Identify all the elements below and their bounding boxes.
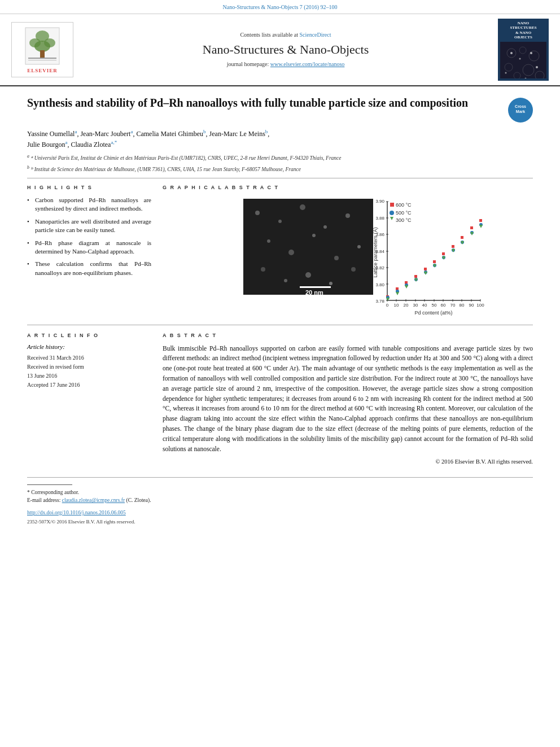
graphical-abstract-column: G R A P H I C A L A B S T R A C T	[163, 184, 533, 320]
svg-point-18	[530, 52, 532, 54]
highlights-column: H I G H L I G H T S Carbon supported Pd–…	[27, 184, 151, 320]
journal-cover-image: NANOSTRUCTURES& NANOOBJECTS	[498, 19, 549, 81]
crossmark-icon: Cross Mark	[508, 98, 533, 123]
svg-text:90: 90	[469, 303, 474, 308]
email-line: E-mail address: claudia.zlotea@icmpe.cnr…	[27, 496, 533, 504]
svg-point-119	[390, 211, 394, 215]
svg-text:40: 40	[422, 303, 427, 308]
highlights-abstract-section: H I G H L I G H T S Carbon supported Pd–…	[0, 184, 560, 320]
svg-rect-88	[424, 268, 427, 270]
highlights-list: Carbon supported Pd–Rh nanoalloys are sy…	[27, 196, 151, 277]
cover-title: NANOSTRUCTURES& NANOOBJECTS	[510, 21, 536, 40]
article-title-section: Synthesis and stability of Pd–Rh nanoall…	[0, 86, 560, 173]
contents-line: Contents lists available at ScienceDirec…	[85, 31, 487, 39]
article-history-title: Article history:	[27, 343, 151, 351]
email-label: E-mail address:	[27, 497, 60, 503]
svg-point-27	[255, 211, 260, 215]
svg-rect-6	[28, 58, 56, 59]
highlight-item-1: Carbon supported Pd–Rh nanoalloys are sy…	[27, 196, 151, 213]
homepage-label: journal homepage:	[227, 61, 269, 67]
email-suffix: (C. Zlotea).	[126, 497, 151, 503]
svg-marker-107	[396, 292, 399, 295]
svg-text:30: 30	[413, 303, 418, 308]
article-info-column: A R T I C L E I N F O Article history: R…	[27, 332, 151, 466]
received-date: Received 31 March 2016	[27, 353, 151, 362]
svg-rect-7	[28, 60, 56, 60]
svg-rect-90	[442, 252, 445, 255]
svg-point-35	[334, 256, 339, 260]
svg-point-20	[536, 66, 538, 68]
svg-marker-121	[390, 217, 393, 220]
svg-text:70: 70	[450, 303, 456, 308]
article-title-text: Synthesis and stability of Pd–Rh nanoall…	[27, 95, 501, 110]
svg-rect-5	[40, 50, 45, 59]
svg-point-32	[267, 239, 270, 243]
svg-text:Cross: Cross	[515, 104, 526, 108]
received-revised-label: Received in revised form	[27, 362, 151, 372]
svg-marker-108	[405, 285, 408, 289]
sciencedirect-link[interactable]: ScienceDirect	[299, 32, 331, 38]
journal-homepage: journal homepage: www.elsevier.com/locat…	[85, 60, 487, 68]
received-revised-date: 13 June 2016	[27, 372, 151, 381]
svg-rect-92	[461, 236, 463, 239]
header-center: Contents lists available at ScienceDirec…	[73, 31, 498, 69]
svg-text:3.80: 3.80	[375, 282, 384, 287]
svg-point-38	[284, 279, 287, 282]
svg-point-30	[323, 225, 327, 229]
doi-link[interactable]: http://dx.doi.org/10.1016/j.nanos.2016.0…	[27, 510, 126, 516]
svg-rect-26	[243, 199, 373, 295]
svg-text:3.90: 3.90	[375, 199, 384, 204]
svg-rect-42	[300, 286, 331, 288]
copyright-text: © 2016 Elsevier B.V. All rights reserved…	[163, 458, 533, 466]
page: Nano-Structures & Nano-Objects 7 (2016) …	[0, 0, 560, 747]
svg-text:3.78: 3.78	[375, 299, 384, 304]
elsevier-shield-icon	[23, 25, 62, 67]
graphical-abstract-chart: 20 nm 3.78 3.80 3.82 3.84	[163, 196, 533, 320]
elsevier-logo: ELSEVIER	[11, 22, 73, 77]
svg-text:60: 60	[441, 303, 446, 308]
svg-rect-89	[433, 260, 436, 263]
corresponding-author-note: * Corresponding author.	[27, 488, 533, 496]
svg-text:100: 100	[476, 303, 484, 308]
highlights-label: H I G H L I G H T S	[27, 184, 151, 191]
highlight-item-3: Pd–Rh phase diagram at nanoscale is dete…	[27, 239, 151, 256]
svg-point-16	[510, 52, 513, 54]
homepage-link[interactable]: www.elsevier.com/locate/nanoso	[270, 61, 345, 67]
svg-text:80: 80	[460, 303, 465, 308]
svg-point-39	[305, 272, 311, 278]
abstract-text: Bulk immiscible Pd–Rh nanoalloys support…	[163, 344, 533, 455]
svg-point-17	[519, 58, 521, 59]
svg-point-41	[351, 267, 356, 272]
svg-text:3.88: 3.88	[375, 216, 384, 221]
elsevier-brand-text: ELSEVIER	[27, 67, 58, 75]
contents-text: Contents lists available at	[240, 32, 298, 38]
article-title-block: Synthesis and stability of Pd–Rh nanoall…	[27, 95, 533, 123]
svg-point-33	[288, 250, 294, 255]
abstract-column: A B S T R A C T Bulk immiscible Pd–Rh na…	[163, 332, 533, 466]
svg-rect-93	[470, 226, 473, 229]
journal-title: Nano-Structures & Nano-Objects	[85, 41, 487, 59]
svg-text:300 °C: 300 °C	[396, 217, 412, 223]
svg-text:600 °C: 600 °C	[396, 202, 412, 208]
corresponding-label: * Corresponding author.	[27, 490, 79, 495]
journal-citation: Nano-Structures & Nano-Objects 7 (2016) …	[222, 4, 337, 10]
svg-text:50: 50	[432, 303, 437, 308]
svg-text:20 nm: 20 nm	[305, 289, 323, 296]
crossmark-badge: Cross Mark	[508, 98, 533, 123]
svg-rect-8	[500, 42, 546, 78]
svg-rect-91	[452, 245, 454, 248]
highlight-item-4: These calculation confirms that Pd–Rh na…	[27, 260, 151, 277]
article-info-abstract-section: A R T I C L E I N F O Article history: R…	[0, 332, 560, 466]
email-link[interactable]: claudia.zlotea@icmpe.cnrs.fr	[62, 497, 125, 503]
svg-rect-117	[390, 203, 394, 207]
svg-point-28	[278, 220, 282, 223]
accepted-date: Accepted 17 June 2016	[27, 381, 151, 390]
svg-text:0: 0	[386, 303, 389, 308]
issn-text: 2352-507X/© 2016 Elsevier B.V. All right…	[27, 518, 533, 526]
abstract-label: A B S T R A C T	[163, 332, 533, 339]
svg-text:500 °C: 500 °C	[396, 210, 412, 216]
cover-photo	[500, 42, 546, 78]
svg-text:Mark: Mark	[516, 110, 525, 113]
svg-point-40	[329, 282, 333, 285]
svg-text:10: 10	[394, 303, 399, 308]
